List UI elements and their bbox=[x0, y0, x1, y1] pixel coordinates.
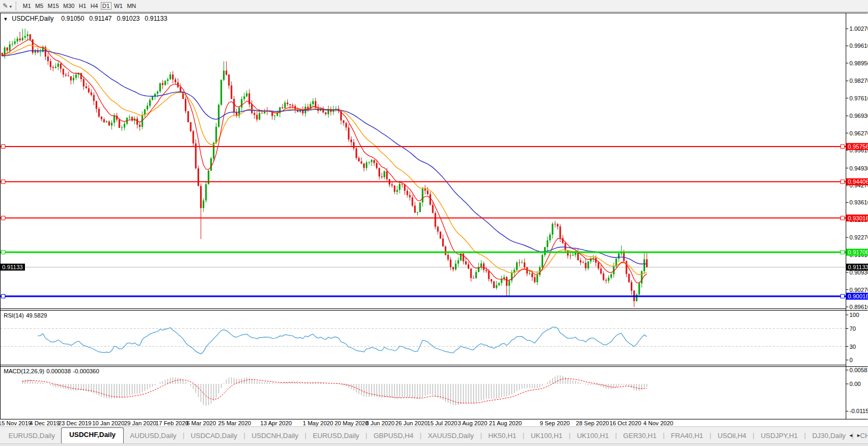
svg-text:0.94406: 0.94406 bbox=[848, 178, 868, 185]
svg-text:100: 100 bbox=[849, 312, 859, 318]
symbol-tab-EURUSD-Daily[interactable]: EURUSD,Daily bbox=[2, 428, 61, 443]
hline-0.91706[interactable]: 0.91706 bbox=[0, 249, 868, 256]
svg-text:0: 0 bbox=[849, 357, 853, 363]
symbol-tab-AUDUSD-Daily[interactable]: AUDUSD,Daily bbox=[124, 428, 183, 443]
timeframe-button-M5[interactable]: M5 bbox=[33, 2, 45, 10]
date-label: 23 Dec 2019 bbox=[58, 420, 91, 426]
date-label: 15 Jul 2020 bbox=[427, 420, 458, 426]
timeframe-button-W1[interactable]: W1 bbox=[113, 2, 125, 10]
svg-text:0.005818: 0.005818 bbox=[849, 367, 868, 373]
symbol-tab-GER30-H1[interactable]: GER30,H1 bbox=[617, 428, 663, 443]
symbol-tab-FRA40-H1[interactable]: FRA40,H1 bbox=[665, 428, 710, 443]
chart-canvas[interactable]: 1.002700.996100.989500.982700.976100.969… bbox=[0, 0, 868, 446]
svg-text:-0.01151: -0.01151 bbox=[849, 408, 868, 414]
timeframe-button-H4[interactable]: H4 bbox=[89, 2, 100, 10]
date-label: 9 Sep 2020 bbox=[540, 420, 570, 426]
date-label: 29 Jan 2020 bbox=[124, 420, 157, 426]
timeframe-button-M15[interactable]: M15 bbox=[46, 2, 61, 10]
svg-text:0.91133: 0.91133 bbox=[848, 264, 868, 270]
svg-text:0.90018: 0.90018 bbox=[848, 293, 868, 299]
tab-scroll-right-icon[interactable]: ► bbox=[856, 433, 864, 438]
macd-signal-line bbox=[22, 379, 647, 403]
ohlc-close: 0.91133 bbox=[145, 15, 168, 22]
symbol-tab-HK50-H1[interactable]: HK50,H1 bbox=[482, 428, 523, 443]
dropdown-arrow-icon[interactable]: ▾ bbox=[10, 4, 12, 9]
drawing-tool-icon[interactable]: ✎▾ bbox=[3, 2, 12, 10]
svg-text:0.91133: 0.91133 bbox=[2, 264, 23, 270]
ma-slow-line bbox=[2, 50, 647, 264]
svg-text:0.97610: 0.97610 bbox=[849, 95, 868, 101]
hline-0.93016[interactable]: 0.93016 bbox=[0, 215, 868, 221]
svg-text:1.00270: 1.00270 bbox=[849, 25, 868, 32]
svg-text:0.98950: 0.98950 bbox=[849, 60, 868, 66]
symbol-tab-UK100-H1[interactable]: UK100,H1 bbox=[525, 428, 569, 443]
date-label: 20 May 2020 bbox=[334, 420, 368, 426]
ohlc-open: 0.91050 bbox=[61, 15, 84, 22]
svg-text:0.00: 0.00 bbox=[849, 381, 861, 387]
timeframe-button-H1[interactable]: H1 bbox=[77, 2, 88, 10]
date-label: 28 Sep 2020 bbox=[576, 420, 609, 426]
toolbar-grip[interactable] bbox=[15, 2, 16, 10]
date-label: 6 Mar 2020 bbox=[186, 420, 216, 426]
collapse-icon[interactable]: ▼ bbox=[3, 16, 8, 22]
symbol-tab-USDCHF-Daily[interactable]: USDCHF,Daily bbox=[61, 427, 123, 443]
svg-text:0.96270: 0.96270 bbox=[849, 130, 868, 136]
ma-fast-line bbox=[2, 40, 647, 283]
timeframe-button-MN[interactable]: MN bbox=[125, 2, 137, 10]
rsi-label: RSI(14)49.5829 bbox=[4, 312, 49, 319]
date-label: 4 Nov 2020 bbox=[643, 420, 673, 426]
timeframe-button-D1[interactable]: D1 bbox=[101, 2, 111, 10]
hline-0.90018[interactable]: 0.90018 bbox=[0, 293, 868, 299]
symbol-period-label: USDCHF,Daily bbox=[12, 15, 54, 22]
timeframe-toolbar: ✎▾ M1M5M15M30H1H4D1W1MN bbox=[0, 0, 868, 12]
symbol-tab-UK100-H1[interactable]: UK100,H1 bbox=[571, 428, 615, 443]
ohlc-high: 0.91147 bbox=[89, 15, 112, 22]
date-label: 16 Oct 2020 bbox=[609, 420, 641, 426]
date-label: 21 Aug 2020 bbox=[489, 420, 522, 426]
svg-text:0.93610: 0.93610 bbox=[849, 199, 868, 205]
date-label: 15 Nov 2019 bbox=[0, 420, 31, 426]
date-label: 10 Jan 2020 bbox=[92, 420, 125, 426]
date-label: 17 Feb 2020 bbox=[156, 420, 188, 426]
timeframe-button-M30[interactable]: M30 bbox=[62, 2, 76, 10]
symbol-tab-USOil-H4[interactable]: USOil,H4 bbox=[711, 428, 753, 443]
svg-text:0.95756: 0.95756 bbox=[848, 143, 868, 150]
symbol-tab-EURUSD-Daily[interactable]: EURUSD,Daily bbox=[306, 428, 365, 443]
symbol-tab-USDCNH-Daily[interactable]: USDCNH,Daily bbox=[245, 428, 305, 443]
date-label: 13 Apr 2020 bbox=[260, 420, 291, 426]
symbol-tab-USDCAD-Daily[interactable]: USDCAD,Daily bbox=[184, 428, 243, 443]
ohlc-low: 0.91023 bbox=[117, 15, 140, 22]
hline-0.95756[interactable]: 0.95756 bbox=[0, 143, 868, 150]
candlestick-series bbox=[2, 29, 648, 307]
date-label: 25 Mar 2020 bbox=[218, 420, 251, 426]
svg-text:0.98270: 0.98270 bbox=[849, 78, 868, 84]
svg-text:0.91706: 0.91706 bbox=[848, 249, 868, 255]
svg-text:0.99610: 0.99610 bbox=[849, 42, 868, 49]
hline-0.94406[interactable]: 0.94406 bbox=[0, 178, 868, 185]
symbol-tab-USDJPY-H1[interactable]: USDJPY,H1 bbox=[754, 428, 804, 443]
svg-text:0.89610: 0.89610 bbox=[849, 304, 868, 310]
timeframe-button-M1[interactable]: M1 bbox=[21, 2, 32, 10]
timeframe-buttons: M1M5M15M30H1H4D1W1MN bbox=[21, 1, 138, 11]
chart-title: ▼ USDCHF,Daily 0.91050 0.91147 0.91023 0… bbox=[3, 15, 167, 22]
macd-histogram bbox=[22, 375, 647, 406]
svg-text:70: 70 bbox=[849, 325, 856, 332]
rsi-line bbox=[38, 327, 647, 354]
svg-text:0.92270: 0.92270 bbox=[849, 234, 868, 241]
symbol-tab-GBPUSD-H4[interactable]: GBPUSD,H4 bbox=[367, 428, 420, 443]
svg-text:0.90270: 0.90270 bbox=[849, 287, 868, 293]
time-axis: 15 Nov 20194 Dec 201923 Dec 201910 Jan 2… bbox=[0, 420, 673, 426]
date-label: 1 May 2020 bbox=[303, 420, 333, 426]
symbol-tab-bar: EURUSD,DailyUSDCHF,DailyAUDUSD,Daily|USD… bbox=[0, 426, 868, 446]
date-label: 26 Jun 2020 bbox=[396, 420, 428, 426]
symbol-tab-XAUUSD-Daily[interactable]: XAUUSD,Daily bbox=[422, 428, 480, 443]
date-label: 3 Aug 2020 bbox=[458, 420, 487, 426]
svg-text:0.94930: 0.94930 bbox=[849, 165, 868, 171]
symbol-tab-DJ30-Daily[interactable]: DJ30,Daily bbox=[806, 428, 852, 443]
svg-text:0.93016: 0.93016 bbox=[848, 215, 868, 221]
date-label: 8 Jun 2020 bbox=[366, 420, 394, 426]
tab-scroll-left-icon[interactable]: ◄ bbox=[848, 433, 856, 438]
svg-text:0.96930: 0.96930 bbox=[849, 113, 868, 119]
macd-label: MACD(12,26,9)0.000038-0.000360 bbox=[4, 368, 101, 374]
tabbar-understrip bbox=[0, 443, 868, 446]
